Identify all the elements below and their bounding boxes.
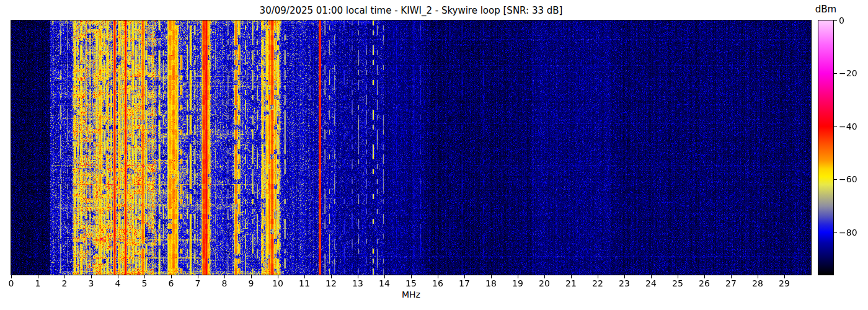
x-tick-label: 26 [692, 278, 717, 288]
plot-title: 30/09/2025 01:00 local time - KIWI_2 - S… [11, 5, 811, 16]
x-tick-label: 27 [719, 278, 743, 288]
x-tick-label: 6 [159, 278, 184, 288]
colorbar-tick-mark [834, 73, 837, 74]
x-tick-label: 12 [319, 278, 343, 288]
waterfall-figure: 30/09/2025 01:00 local time - KIWI_2 - S… [0, 0, 868, 310]
waterfall-canvas [11, 20, 811, 275]
x-tick-label: 3 [79, 278, 104, 288]
colorbar-tick-mark [834, 232, 837, 232]
x-tick-label: 19 [505, 278, 530, 288]
colorbar-tick-label: 0 [839, 16, 844, 25]
x-tick-label: 5 [132, 278, 157, 288]
colorbar-tick-mark [834, 126, 837, 126]
x-tick-label: 9 [239, 278, 264, 288]
x-tick-label: 22 [585, 278, 610, 288]
colorbar-tick-label: −40 [839, 122, 857, 131]
colorbar [818, 20, 834, 275]
colorbar-tick-label: −80 [839, 228, 857, 237]
x-tick-label: 23 [612, 278, 637, 288]
x-tick-label: 28 [745, 278, 770, 288]
x-tick-label: 2 [52, 278, 77, 288]
x-tick-label: 18 [479, 278, 503, 288]
x-tick-label: 7 [185, 278, 210, 288]
x-tick-label: 0 [0, 278, 24, 288]
x-tick-label: 29 [772, 278, 797, 288]
x-tick-label: 20 [532, 278, 557, 288]
x-tick-label: 8 [212, 278, 237, 288]
x-tick-label: 11 [292, 278, 317, 288]
x-tick-label: 13 [345, 278, 370, 288]
x-tick-label: 15 [399, 278, 423, 288]
x-tick-label: 10 [265, 278, 290, 288]
colorbar-label: dBm [811, 4, 841, 15]
x-tick-label: 21 [559, 278, 583, 288]
colorbar-tick-mark [834, 179, 837, 180]
x-axis-label: MHz [11, 290, 811, 299]
x-tick-label: 25 [665, 278, 690, 288]
x-tick-label: 14 [372, 278, 397, 288]
colorbar-tick-label: −60 [839, 174, 857, 184]
x-tick-label: 17 [452, 278, 477, 288]
x-tick-label: 1 [25, 278, 50, 288]
colorbar-tick-mark [834, 20, 837, 21]
colorbar-tick-label: −20 [839, 68, 857, 78]
x-tick-label: 4 [105, 278, 130, 288]
x-tick-label: 24 [639, 278, 663, 288]
x-tick-label: 16 [425, 278, 450, 288]
